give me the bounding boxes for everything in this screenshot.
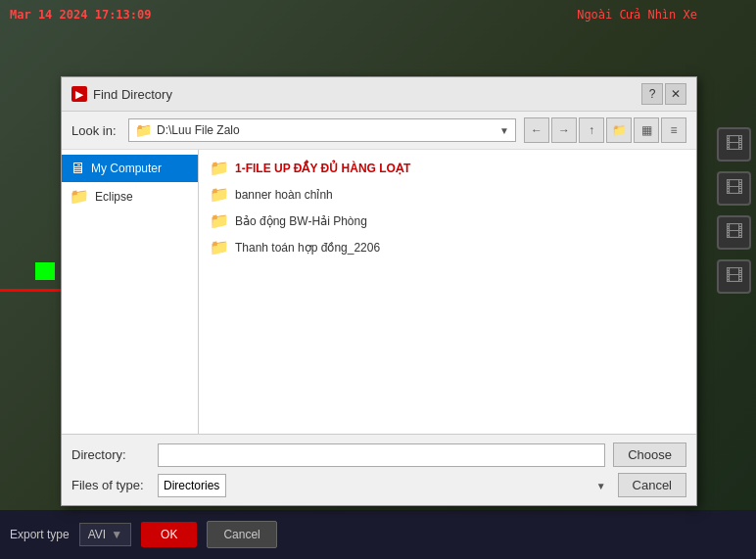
dialog-app-icon: ▶	[71, 86, 87, 102]
dialog-content: 🖥 My Computer 📁 Eclipse 📁 1-FILE UP ĐẦY …	[62, 150, 696, 434]
lookin-path-text: D:\Luu File Zalo	[157, 123, 240, 137]
file-name-2: banner hoàn chỉnh	[235, 188, 333, 202]
nav-view-list-button[interactable]: ≡	[661, 117, 686, 143]
filetype-wrapper: Directories ▼	[158, 474, 610, 497]
left-panel: 🖥 My Computer 📁 Eclipse	[62, 150, 199, 434]
dialog-help-button[interactable]: ?	[641, 83, 663, 105]
dialog-bottom: Directory: Choose Files of type: Directo…	[62, 434, 696, 505]
file-item-3[interactable]: 📁 Bảo động BW-Hải Phòng	[204, 208, 691, 234]
tree-item-my-computer-label: My Computer	[91, 162, 162, 175]
find-directory-dialog: ▶ Find Directory ? ✕ Look in: 📁 D:\Luu F…	[61, 76, 697, 506]
file-name-1: 1-FILE UP ĐẦY ĐỦ HÀNG LOẠT	[235, 162, 410, 175]
file-item-2[interactable]: 📁 banner hoàn chỉnh	[204, 181, 691, 208]
dialog-overlay: ▶ Find Directory ? ✕ Look in: 📁 D:\Luu F…	[0, 0, 756, 559]
choose-button[interactable]: Choose	[613, 443, 686, 467]
dialog-close-button[interactable]: ✕	[665, 83, 686, 105]
computer-icon: 🖥	[70, 160, 85, 177]
filetype-select[interactable]: Directories	[158, 474, 226, 497]
dialog-title-text: Find Directory	[93, 87, 172, 102]
folder-icon-3: 📁	[210, 211, 229, 230]
file-item-4[interactable]: 📁 Thanh toán hợp đồng_2206	[204, 234, 691, 260]
nav-up-button[interactable]: ↑	[579, 117, 604, 143]
folder-icon-1: 📁	[210, 159, 229, 177]
filetype-label: Files of type:	[71, 478, 150, 492]
cancel-button[interactable]: Cancel	[618, 473, 686, 497]
directory-input[interactable]	[158, 443, 605, 467]
dialog-controls: ? ✕	[641, 83, 686, 105]
nav-view-grid-button[interactable]: ▦	[634, 117, 659, 143]
nav-back-button[interactable]: ←	[524, 117, 549, 143]
folder-icon-2: 📁	[210, 185, 229, 204]
nav-new-folder-button[interactable]: 📁	[606, 117, 632, 143]
eclipse-folder-icon: 📁	[70, 187, 89, 206]
lookin-path-box[interactable]: 📁 D:\Luu File Zalo ▼	[128, 118, 516, 142]
directory-label: Directory:	[71, 447, 150, 462]
dialog-title-left: ▶ Find Directory	[71, 86, 172, 102]
file-item-1[interactable]: 📁 1-FILE UP ĐẦY ĐỦ HÀNG LOẠT	[204, 155, 691, 181]
lookin-dropdown-arrow-icon: ▼	[499, 125, 509, 136]
nav-forward-button[interactable]: →	[551, 117, 577, 143]
dialog-icon-label: ▶	[75, 89, 83, 100]
filetype-row: Files of type: Directories ▼ Cancel	[71, 473, 686, 497]
directory-row: Directory: Choose	[71, 443, 686, 467]
lookin-folder-icon: 📁	[135, 122, 152, 138]
file-name-4: Thanh toán hợp đồng_2206	[235, 241, 380, 255]
tree-item-eclipse[interactable]: 📁 Eclipse	[62, 182, 198, 210]
lookin-row: Look in: 📁 D:\Luu File Zalo ▼ ← → ↑ 📁 ▦ …	[62, 112, 696, 150]
dialog-titlebar: ▶ Find Directory ? ✕	[62, 77, 696, 112]
lookin-label: Look in:	[71, 123, 120, 138]
nav-buttons: ← → ↑ 📁 ▦ ≡	[524, 117, 686, 143]
tree-item-eclipse-label: Eclipse	[95, 190, 133, 204]
file-name-3: Bảo động BW-Hải Phòng	[235, 214, 367, 228]
tree-item-my-computer[interactable]: 🖥 My Computer	[62, 155, 198, 182]
filetype-dropdown-arrow-icon: ▼	[596, 480, 606, 490]
folder-icon-4: 📁	[210, 238, 229, 256]
right-panel: 📁 1-FILE UP ĐẦY ĐỦ HÀNG LOẠT 📁 banner ho…	[199, 150, 696, 434]
